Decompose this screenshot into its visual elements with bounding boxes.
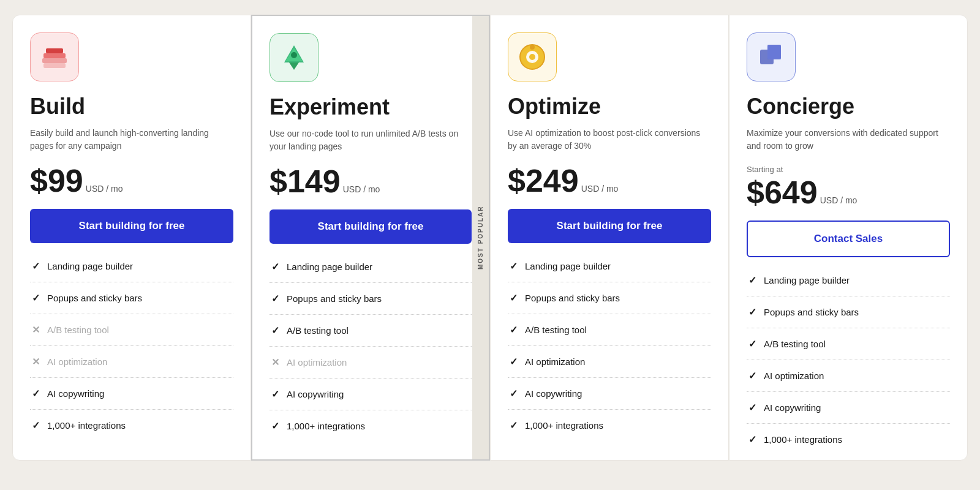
feature-item: ✓ Landing page builder xyxy=(30,260,233,282)
feature-item: ✕ AI optimization xyxy=(270,356,472,379)
feature-label: AI optimization xyxy=(764,371,824,381)
feature-item: ✓ Landing page builder xyxy=(508,260,711,282)
feature-item: ✓ AI copywriting xyxy=(270,388,472,410)
svg-point-10 xyxy=(529,54,535,60)
feature-label: Popups and sticky bars xyxy=(287,293,382,304)
plan-icon-build xyxy=(30,32,79,81)
plan-icon-optimize xyxy=(508,32,557,81)
price-amount: $99 xyxy=(30,165,83,197)
feature-item: ✓ AI optimization xyxy=(508,356,711,378)
plan-card-build: Build Easily build and launch high-conve… xyxy=(12,15,251,461)
feature-label: A/B testing tool xyxy=(525,325,587,335)
feature-check-icon: ✓ xyxy=(30,292,41,304)
feature-label: Popups and sticky bars xyxy=(47,293,142,303)
feature-label: AI optimization xyxy=(525,356,585,367)
pricing-grid: Build Easily build and launch high-conve… xyxy=(12,15,968,461)
feature-item: ✓ A/B testing tool xyxy=(747,338,950,360)
feature-label: A/B testing tool xyxy=(47,325,109,335)
plan-description: Maximize your conversions with dedicated… xyxy=(747,127,950,153)
feature-label: Landing page builder xyxy=(764,275,850,285)
feature-check-icon: ✓ xyxy=(747,434,758,445)
price-row: $99 USD / mo xyxy=(30,165,233,197)
feature-check-icon: ✓ xyxy=(30,388,41,399)
cta-button-optimize[interactable]: Start building for free xyxy=(508,209,711,243)
starting-at-label: Starting at xyxy=(747,165,950,174)
feature-item: ✓ Landing page builder xyxy=(747,274,950,296)
feature-item: ✕ AI optimization xyxy=(30,356,233,378)
feature-check-icon: ✓ xyxy=(270,261,281,273)
feature-item: ✓ 1,000+ integrations xyxy=(30,420,233,431)
cta-button-concierge[interactable]: Contact Sales xyxy=(747,221,950,257)
feature-check-icon: ✓ xyxy=(30,260,41,272)
feature-label: Popups and sticky bars xyxy=(764,307,859,317)
svg-rect-2 xyxy=(46,48,63,53)
feature-check-icon: ✓ xyxy=(508,324,519,336)
feature-check-icon: ✓ xyxy=(747,306,758,318)
feature-item: ✓ 1,000+ integrations xyxy=(508,420,711,431)
feature-label: A/B testing tool xyxy=(287,325,349,336)
price-suffix: USD / mo xyxy=(820,195,858,205)
feature-item: ✓ Popups and sticky bars xyxy=(270,293,472,315)
plan-name: Build xyxy=(30,94,233,119)
svg-point-11 xyxy=(530,45,535,50)
cta-button-build[interactable]: Start building for free xyxy=(30,209,233,243)
feature-check-icon: ✓ xyxy=(508,260,519,272)
feature-item: ✓ Popups and sticky bars xyxy=(508,292,711,314)
svg-rect-0 xyxy=(42,58,67,63)
features-list: ✓ Landing page builder ✓ Popups and stic… xyxy=(747,274,950,445)
features-list: ✓ Landing page builder ✓ Popups and stic… xyxy=(30,260,233,431)
feature-label: AI copywriting xyxy=(525,388,582,399)
price-suffix: USD / mo xyxy=(86,184,123,194)
feature-check-icon: ✓ xyxy=(508,388,519,399)
svg-rect-3 xyxy=(43,63,66,68)
features-list: ✓ Landing page builder ✓ Popups and stic… xyxy=(270,261,472,432)
plan-icon-experiment xyxy=(270,33,318,82)
feature-check-icon: ✓ xyxy=(747,274,758,286)
price-row: $149 USD / mo xyxy=(270,165,472,197)
feature-check-icon: ✓ xyxy=(30,420,41,431)
price-amount: $249 xyxy=(508,165,579,197)
svg-point-6 xyxy=(291,52,297,58)
plan-card-experiment: MOST POPULAR Experiment Use our no-code … xyxy=(251,15,490,461)
feature-check-icon: ✓ xyxy=(747,402,758,413)
feature-item: ✓ AI copywriting xyxy=(30,388,233,410)
feature-check-icon: ✓ xyxy=(508,292,519,304)
feature-item: ✓ Popups and sticky bars xyxy=(747,306,950,328)
plan-name: Optimize xyxy=(508,94,711,119)
svg-rect-1 xyxy=(43,53,66,58)
cta-button-experiment[interactable]: Start building for free xyxy=(270,209,472,244)
feature-item: ✓ 1,000+ integrations xyxy=(747,434,950,445)
feature-item: ✕ A/B testing tool xyxy=(30,324,233,346)
feature-check-icon: ✓ xyxy=(270,293,281,304)
feature-item: ✓ Popups and sticky bars xyxy=(30,292,233,314)
feature-item: ✓ AI copywriting xyxy=(508,388,711,410)
feature-label: AI copywriting xyxy=(764,402,821,413)
feature-label: AI copywriting xyxy=(287,389,344,399)
plan-description: Use our no-code tool to run unlimited A/… xyxy=(270,127,472,153)
feature-label: 1,000+ integrations xyxy=(47,420,126,431)
feature-label: Landing page builder xyxy=(47,261,133,271)
feature-item: ✓ 1,000+ integrations xyxy=(270,420,472,432)
feature-label: Popups and sticky bars xyxy=(525,293,620,303)
plan-description: Easily build and launch high-converting … xyxy=(30,127,233,153)
feature-check-icon: ✓ xyxy=(508,356,519,368)
feature-check-icon: ✓ xyxy=(747,370,758,382)
feature-label: AI copywriting xyxy=(47,388,104,399)
feature-label: Landing page builder xyxy=(525,261,611,271)
feature-item: ✓ Landing page builder xyxy=(270,261,472,283)
price-row: $249 USD / mo xyxy=(508,165,711,197)
feature-check-icon: ✓ xyxy=(270,420,281,432)
feature-check-icon: ✓ xyxy=(270,325,281,336)
feature-label: 1,000+ integrations xyxy=(764,434,842,445)
feature-check-icon: ✓ xyxy=(270,388,281,400)
feature-check-icon: ✓ xyxy=(508,420,519,431)
feature-label: 1,000+ integrations xyxy=(525,420,603,431)
plan-card-concierge: Concierge Maximize your conversions with… xyxy=(729,15,968,461)
plan-name: Experiment xyxy=(270,94,472,120)
features-list: ✓ Landing page builder ✓ Popups and stic… xyxy=(508,260,711,431)
feature-label: A/B testing tool xyxy=(764,339,826,349)
plan-description: Use AI optimization to boost post-click … xyxy=(508,127,711,153)
plan-icon-concierge xyxy=(747,32,796,81)
feature-check-icon: ✕ xyxy=(270,356,281,368)
price-row: $649 USD / mo xyxy=(747,176,950,208)
